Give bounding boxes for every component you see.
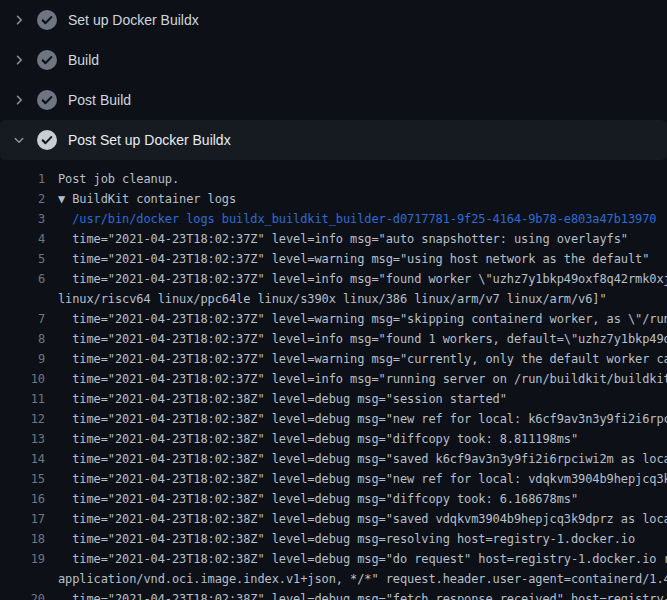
chevron-down-icon (12, 133, 26, 147)
steps-list: Set up Docker Buildx Build Post Build Po… (0, 0, 667, 160)
log-line-number[interactable]: 15 (0, 469, 45, 489)
log-line-text: time="2021-04-23T18:02:38Z" level=debug … (45, 549, 667, 569)
log-line-number[interactable]: 2 (0, 189, 45, 209)
log-line: 4 time="2021-04-23T18:02:37Z" level=info… (0, 229, 667, 249)
log-line-text: time="2021-04-23T18:02:38Z" level=debug … (45, 489, 578, 509)
log-line: 13 time="2021-04-23T18:02:38Z" level=deb… (0, 429, 667, 449)
log-line-text: time="2021-04-23T18:02:38Z" level=debug … (45, 409, 667, 429)
log-line-text: time="2021-04-23T18:02:38Z" level=debug … (45, 509, 667, 529)
log-line-number[interactable]: 20 (0, 589, 45, 600)
log-line-continuation: application/vnd.oci.image.index.v1+json,… (0, 569, 667, 589)
check-circle-icon (37, 130, 57, 150)
log-line-text: time="2021-04-23T18:02:38Z" level=debug … (45, 429, 578, 449)
log-line: 17 time="2021-04-23T18:02:38Z" level=deb… (0, 509, 667, 529)
log-line-number (0, 569, 45, 589)
log-line: 3 /usr/bin/docker logs buildx_buildkit_b… (0, 209, 667, 229)
log-line: 19 time="2021-04-23T18:02:38Z" level=deb… (0, 549, 667, 569)
step-label: Post Set up Docker Buildx (68, 132, 231, 148)
log-line-number[interactable]: 9 (0, 349, 45, 369)
log-line-number[interactable]: 7 (0, 309, 45, 329)
log-line-number[interactable]: 12 (0, 409, 45, 429)
log-line-text: time="2021-04-23T18:02:38Z" level=debug … (45, 449, 667, 469)
step-header-post-set-up-docker-buildx[interactable]: Post Set up Docker Buildx (0, 120, 667, 160)
log-line-number[interactable]: 13 (0, 429, 45, 449)
log-line: 7 time="2021-04-23T18:02:37Z" level=warn… (0, 309, 667, 329)
step-label: Post Build (68, 92, 131, 108)
log-line-number[interactable]: 17 (0, 509, 45, 529)
log-line-text: time="2021-04-23T18:02:37Z" level=info m… (45, 329, 667, 349)
step-label: Build (68, 52, 99, 68)
log-line: 10 time="2021-04-23T18:02:37Z" level=inf… (0, 369, 667, 389)
check-circle-icon (37, 10, 57, 30)
log-line: 14 time="2021-04-23T18:02:38Z" level=deb… (0, 449, 667, 469)
step-header-set-up-docker-buildx[interactable]: Set up Docker Buildx (0, 0, 667, 40)
log-line-number[interactable]: 16 (0, 489, 45, 509)
log-line: 8 time="2021-04-23T18:02:37Z" level=info… (0, 329, 667, 349)
log-line-text: time="2021-04-23T18:02:37Z" level=info m… (45, 229, 628, 249)
log-group-toggle[interactable]: ▼ BuildKit container logs (45, 189, 236, 209)
log-line-text: time="2021-04-23T18:02:38Z" level=debug … (45, 469, 667, 489)
log-line-number[interactable]: 14 (0, 449, 45, 469)
log-line-number[interactable]: 10 (0, 369, 45, 389)
log-line-text: application/vnd.oci.image.index.v1+json,… (45, 569, 667, 589)
log-line-number[interactable]: 8 (0, 329, 45, 349)
log-line-number[interactable]: 1 (0, 169, 45, 189)
log-line: 5 time="2021-04-23T18:02:37Z" level=warn… (0, 249, 667, 269)
check-circle-icon (37, 90, 57, 110)
log-line-number[interactable]: 11 (0, 389, 45, 409)
check-circle-icon (37, 50, 57, 70)
log-line-number[interactable]: 18 (0, 529, 45, 549)
log-line: 6 time="2021-04-23T18:02:37Z" level=info… (0, 269, 667, 289)
log-line-text: time="2021-04-23T18:02:38Z" level=debug … (45, 589, 667, 600)
log-line-continuation: linux/riscv64 linux/ppc64le linux/s390x … (0, 289, 667, 309)
log-line-text: time="2021-04-23T18:02:38Z" level=debug … (45, 529, 635, 549)
log-line: 11 time="2021-04-23T18:02:38Z" level=deb… (0, 389, 667, 409)
step-header-build[interactable]: Build (0, 40, 667, 80)
step-header-post-build[interactable]: Post Build (0, 80, 667, 120)
chevron-right-icon (12, 13, 26, 27)
log-line: 16 time="2021-04-23T18:02:38Z" level=deb… (0, 489, 667, 509)
log-line: 12 time="2021-04-23T18:02:38Z" level=deb… (0, 409, 667, 429)
log-line-text: linux/riscv64 linux/ppc64le linux/s390x … (45, 289, 607, 309)
log-line: 18 time="2021-04-23T18:02:38Z" level=deb… (0, 529, 667, 549)
log-line-number[interactable]: 3 (0, 209, 45, 229)
log-line: 1Post job cleanup. (0, 169, 667, 189)
chevron-right-icon (12, 53, 26, 67)
chevron-right-icon (12, 93, 26, 107)
log-line-text: time="2021-04-23T18:02:37Z" level=warnin… (45, 249, 649, 269)
step-label: Set up Docker Buildx (68, 12, 199, 28)
log-command-text: /usr/bin/docker logs buildx_buildkit_bui… (45, 209, 656, 229)
log-line: 2▼ BuildKit container logs (0, 189, 667, 209)
log-line-number[interactable]: 6 (0, 269, 45, 289)
log-line: 9 time="2021-04-23T18:02:37Z" level=warn… (0, 349, 667, 369)
log-line-text: time="2021-04-23T18:02:37Z" level=info m… (45, 369, 667, 389)
log-line-number[interactable]: 4 (0, 229, 45, 249)
log-area: 1Post job cleanup.2▼ BuildKit container … (0, 160, 667, 600)
log-line-number (0, 289, 45, 309)
log-line-number[interactable]: 19 (0, 549, 45, 569)
log-line-text: time="2021-04-23T18:02:37Z" level=info m… (45, 269, 667, 289)
log-line-text: Post job cleanup. (45, 169, 179, 189)
log-line: 15 time="2021-04-23T18:02:38Z" level=deb… (0, 469, 667, 489)
log-line-text: time="2021-04-23T18:02:37Z" level=warnin… (45, 309, 667, 329)
log-line: 20 time="2021-04-23T18:02:38Z" level=deb… (0, 589, 667, 600)
log-line-number[interactable]: 5 (0, 249, 45, 269)
log-line-text: time="2021-04-23T18:02:37Z" level=warnin… (45, 349, 667, 369)
log-line-text: time="2021-04-23T18:02:38Z" level=debug … (45, 389, 507, 409)
